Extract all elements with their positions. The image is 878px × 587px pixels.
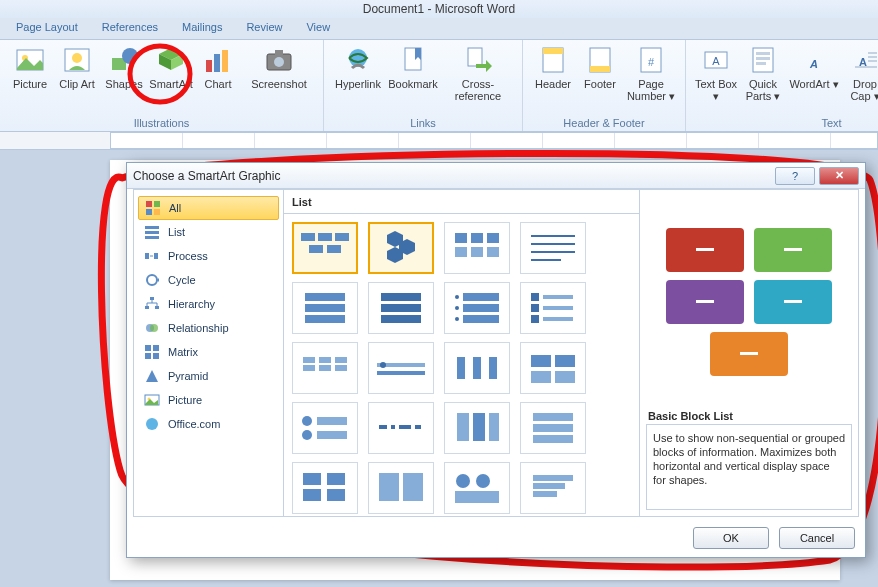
gallery-scroll[interactable] (284, 214, 639, 516)
svg-rect-18 (590, 66, 610, 72)
svg-point-106 (302, 430, 312, 440)
clip-art-button[interactable]: Clip Art (55, 42, 99, 115)
matrix-icon (144, 344, 160, 360)
svg-rect-100 (489, 357, 497, 379)
svg-rect-130 (533, 491, 557, 497)
hyperlink-icon (342, 44, 374, 76)
thumb-vertical-block[interactable] (520, 402, 586, 454)
svg-rect-69 (531, 251, 575, 253)
category-office-com[interactable]: Office.com (138, 412, 279, 436)
bookmark-button[interactable]: Bookmark (387, 42, 439, 115)
thumb-bullet-box[interactable] (444, 282, 510, 334)
tab-view[interactable]: View (296, 18, 340, 39)
category-matrix[interactable]: Matrix (138, 340, 279, 364)
category-all[interactable]: All (138, 196, 279, 220)
thumb-basic-block-list[interactable] (292, 222, 358, 274)
bookmark-icon (397, 44, 429, 76)
thumb-picture-caption[interactable] (444, 222, 510, 274)
picture-button[interactable]: Picture (8, 42, 52, 115)
tab-page-layout[interactable]: Page Layout (6, 18, 88, 39)
svg-point-81 (455, 306, 459, 310)
thumb-vertical-curved[interactable] (444, 402, 510, 454)
cross-reference-button[interactable]: Cross-reference (442, 42, 514, 115)
thumb-lined-list[interactable] (520, 222, 586, 274)
svg-rect-35 (154, 201, 160, 207)
category-pyramid[interactable]: Pyramid (138, 364, 279, 388)
thumb-descending-block[interactable] (520, 462, 586, 514)
svg-rect-91 (319, 357, 331, 363)
quick-parts-button[interactable]: Quick Parts ▾ (741, 42, 785, 115)
tab-references[interactable]: References (92, 18, 168, 39)
tab-mailings[interactable]: Mailings (172, 18, 232, 39)
svg-rect-39 (145, 231, 159, 234)
screenshot-button[interactable]: Screenshot (243, 42, 315, 115)
category-process[interactable]: Process (138, 244, 279, 268)
svg-rect-107 (317, 417, 347, 425)
svg-rect-76 (381, 315, 421, 323)
svg-point-55 (146, 418, 158, 430)
svg-text:A: A (809, 58, 818, 70)
svg-rect-34 (146, 201, 152, 207)
window-title: Document1 - Microsoft Word (0, 0, 878, 18)
group-links: Hyperlink Bookmark Cross-reference Links (324, 40, 523, 131)
svg-rect-44 (150, 297, 154, 300)
svg-rect-14 (468, 48, 482, 66)
svg-rect-132 (696, 248, 714, 251)
thumb-grouped-2[interactable] (368, 462, 434, 514)
thumb-vertical-box[interactable] (292, 282, 358, 334)
group-text: A Text Box ▾ Quick Parts ▾ A WordArt ▾ A… (686, 40, 878, 131)
thumb-tab-list[interactable] (520, 342, 586, 394)
text-box-button[interactable]: A Text Box ▾ (694, 42, 738, 115)
dialog-close-button[interactable]: ✕ (819, 167, 859, 185)
smartart-icon (155, 44, 187, 76)
shapes-button[interactable]: Shapes (102, 42, 146, 115)
smartart-button[interactable]: SmartArt (149, 42, 193, 115)
wordart-button[interactable]: A WordArt ▾ (788, 42, 840, 115)
tab-review[interactable]: Review (236, 18, 292, 39)
svg-text:A: A (712, 55, 720, 67)
header-button[interactable]: Header (531, 42, 575, 115)
svg-rect-73 (305, 315, 345, 323)
category-cycle[interactable]: Cycle (138, 268, 279, 292)
cancel-button[interactable]: Cancel (779, 527, 855, 549)
hyperlink-button[interactable]: Hyperlink (332, 42, 384, 115)
thumb-horizontal-bullet[interactable] (292, 402, 358, 454)
thumb-square-accent[interactable] (520, 282, 586, 334)
cross-reference-icon (462, 44, 494, 76)
category-relationship[interactable]: Relationship (138, 316, 279, 340)
thumb-stacked-list[interactable] (292, 342, 358, 394)
svg-rect-140 (740, 352, 758, 355)
dialog-titlebar[interactable]: Choose a SmartArt Graphic ? ✕ (127, 163, 865, 189)
svg-rect-37 (154, 209, 160, 215)
svg-rect-89 (303, 357, 315, 363)
category-picture[interactable]: Picture (138, 388, 279, 412)
svg-rect-101 (531, 355, 551, 367)
svg-rect-120 (303, 489, 321, 501)
category-list[interactable]: List (138, 220, 279, 244)
thumb-continuous-picture[interactable] (444, 462, 510, 514)
svg-rect-40 (145, 236, 159, 239)
svg-rect-119 (303, 473, 321, 485)
ok-button[interactable]: OK (693, 527, 769, 549)
clip-art-icon (61, 44, 93, 76)
svg-rect-7 (214, 54, 220, 72)
svg-rect-92 (319, 365, 331, 371)
thumb-alternating-hex[interactable] (368, 222, 434, 274)
thumb-pie-process[interactable] (444, 342, 510, 394)
svg-rect-51 (145, 353, 151, 359)
svg-rect-103 (531, 371, 551, 383)
svg-rect-88 (543, 317, 573, 321)
page-number-button[interactable]: # Page Number ▾ (625, 42, 677, 115)
drop-cap-button[interactable]: A Drop Cap ▾ (843, 42, 878, 115)
chart-button[interactable]: Chart (196, 42, 240, 115)
svg-rect-93 (335, 357, 347, 363)
svg-point-97 (380, 362, 386, 368)
thumb-vertical-box-2[interactable] (368, 282, 434, 334)
thumb-grouped-1[interactable] (292, 462, 358, 514)
category-hierarchy[interactable]: Hierarchy (138, 292, 279, 316)
thumb-increasing-circle[interactable] (368, 342, 434, 394)
footer-button[interactable]: Footer (578, 42, 622, 115)
wordart-icon: A (798, 44, 830, 76)
dialog-help-button[interactable]: ? (775, 167, 815, 185)
thumb-varying-width[interactable] (368, 402, 434, 454)
